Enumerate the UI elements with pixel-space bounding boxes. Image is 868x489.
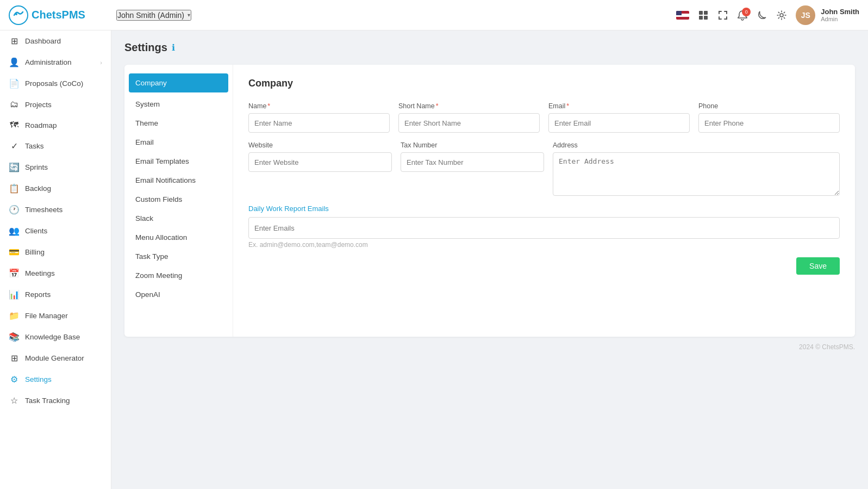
admin-icon: 👤 [9,57,20,67]
form-group-short-name: Short Name* [398,102,540,133]
emails-input[interactable] [248,217,840,239]
settings-nav-email-templates[interactable]: Email Templates [124,152,233,171]
name-input[interactable] [248,113,390,133]
sidebar-item-label: Tasks [25,142,44,150]
tax-label: Tax Number [401,141,544,149]
company-section-title: Company [248,78,840,89]
module-generator-icon: ⊞ [9,353,20,363]
sidebar-item-projects[interactable]: 🗂 Projects [0,94,111,115]
svg-rect-5 [704,16,708,20]
chevron-down-icon: ▾ [188,12,190,18]
daily-report-label: Daily Work Report Emails [248,205,840,213]
sidebar-item-file-manager[interactable]: 📁 File Manager [0,305,111,326]
flag-icon [676,11,689,20]
roadmap-icon: 🗺 [9,120,20,130]
form-group-name: Name* [248,102,390,133]
sidebar-item-dashboard[interactable]: ⊞ Dashboard [0,30,111,52]
sidebar-item-knowledge-base[interactable]: 📚 Knowledge Base [0,326,111,348]
user-profile[interactable]: JS John Smith Admin [796,5,859,25]
svg-point-1 [15,13,17,15]
settings-nav-zoom-meeting[interactable]: Zoom Meeting [124,266,233,285]
svg-rect-4 [699,16,703,20]
settings-gear-button[interactable] [776,10,787,21]
fullscreen-icon [717,10,728,21]
main-layout: ⊞ Dashboard 👤 Administration › 📄 Proposa… [0,30,868,489]
sidebar-item-backlog[interactable]: 📋 Backlog [0,178,111,199]
settings-nav-company[interactable]: Company [129,73,228,92]
tax-input[interactable] [401,152,544,172]
sidebar-item-task-tracking[interactable]: ☆ Task Tracking [0,390,111,411]
knowledge-base-icon: 📚 [9,332,20,342]
sidebar-item-roadmap[interactable]: 🗺 Roadmap [0,115,111,135]
logo[interactable]: ChetsPMS [9,5,112,25]
sidebar-item-label: Sprints [25,163,48,171]
settings-nav: Company System Theme Email Email Templat… [124,65,233,337]
settings-nav-slack[interactable]: Slack [124,209,233,228]
sprints-icon: 🔄 [9,162,20,172]
flag-button[interactable] [676,11,689,20]
website-label: Website [248,141,392,149]
save-button[interactable]: Save [796,257,840,275]
short-name-input[interactable] [398,113,540,133]
svg-point-0 [9,6,28,24]
tasks-icon: ✓ [9,141,20,151]
form-group-website: Website [248,141,392,196]
settings-nav-menu-allocation[interactable]: Menu Allocation [124,228,233,247]
sidebar-item-clients[interactable]: 👥 Clients [0,220,111,242]
top-header: ChetsPMS John Smith (Admin) ▾ [0,0,868,30]
settings-nav-task-type[interactable]: Task Type [124,247,233,266]
dark-mode-button[interactable] [757,10,767,21]
notification-button[interactable]: 0 [737,10,748,21]
grid-button[interactable] [698,10,709,21]
header-user-name: John Smith (Admin) [117,11,184,20]
form-row-1: Name* Short Name* Email* [248,102,840,133]
website-input[interactable] [248,152,392,172]
settings-icon: ⚙ [9,374,20,385]
hint-text: Ex. admin@demo.com,team@demo.com [248,241,840,249]
sidebar-item-meetings[interactable]: 📅 Meetings [0,263,111,284]
address-label: Address [553,141,840,149]
chevron-right-icon: › [100,59,102,66]
svg-rect-2 [699,11,703,15]
sidebar-item-label: Knowledge Base [25,333,80,341]
page-title: Settings [124,41,167,54]
footer: 2024 © ChetsPMS. [124,337,855,357]
settings-content: Company Name* Short Name* [233,65,855,337]
sidebar-item-proposals[interactable]: 📄 Proposals (CoCo) [0,73,111,94]
user-toggle-button[interactable]: John Smith (Admin) ▾ [116,10,191,21]
daily-report-section: Daily Work Report Emails Ex. admin@demo.… [248,205,840,249]
email-input[interactable] [548,113,690,133]
sidebar-item-tasks[interactable]: ✓ Tasks [0,135,111,157]
settings-nav-email[interactable]: Email [124,133,233,152]
settings-card: Company System Theme Email Email Templat… [124,65,855,337]
info-icon[interactable]: ℹ [172,42,175,53]
sidebar-item-settings[interactable]: ⚙ Settings [0,369,111,390]
fullscreen-button[interactable] [717,10,728,21]
sidebar-item-label: Clients [25,227,47,235]
settings-nav-theme[interactable]: Theme [124,114,233,133]
short-name-label: Short Name* [398,102,540,110]
user-info: John Smith Admin [821,8,859,22]
sidebar-item-administration[interactable]: 👤 Administration › [0,52,111,73]
phone-input[interactable] [698,113,840,133]
sidebar-item-module-generator[interactable]: ⊞ Module Generator [0,348,111,369]
sidebar-item-billing[interactable]: 💳 Billing [0,242,111,263]
form-group-address: Address [553,141,840,196]
settings-nav-openai[interactable]: OpenAI [124,285,233,304]
address-textarea[interactable] [553,152,840,196]
sidebar-item-sprints[interactable]: 🔄 Sprints [0,157,111,178]
settings-nav-custom-fields[interactable]: Custom Fields [124,190,233,209]
settings-nav-system[interactable]: System [124,95,233,114]
required-star: * [566,102,569,110]
sidebar-item-label: Timesheets [25,206,63,214]
file-manager-icon: 📁 [9,311,20,321]
form-group-phone: Phone [698,102,840,133]
logo-icon [9,5,28,25]
user-role-label: Admin [821,16,859,22]
required-star: * [267,102,270,110]
sidebar-item-label: Backlog [25,184,51,193]
settings-nav-email-notifications[interactable]: Email Notifications [124,171,233,190]
sidebar-item-label: Task Tracking [25,397,70,405]
sidebar-item-reports[interactable]: 📊 Reports [0,284,111,305]
sidebar-item-timesheets[interactable]: 🕐 Timesheets [0,199,111,220]
